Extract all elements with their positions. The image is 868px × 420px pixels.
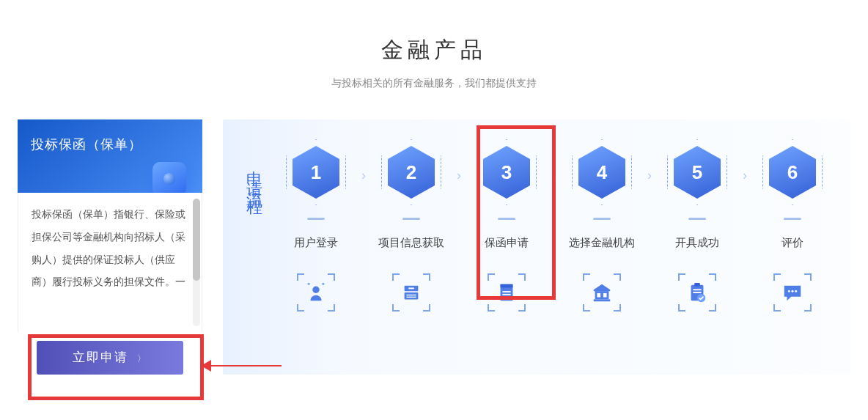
step-3: 3保函申请 (463, 143, 550, 312)
svg-rect-14 (594, 299, 611, 301)
step-hexagon: 3 (480, 143, 533, 202)
step-label: 选择金融机构 (569, 236, 635, 250)
step-hexagon: 6 (766, 143, 819, 202)
step-label: 用户登录 (294, 236, 338, 250)
svg-point-22 (795, 290, 797, 292)
step-1: 1用户登录 (273, 143, 359, 312)
card-description: 投标保函（保单）指银行、保险或担保公司等金融机构向招标人（采购人）提供的保证投标… (32, 208, 185, 287)
svg-rect-12 (597, 293, 600, 298)
step-label: 开具成功 (675, 236, 719, 250)
step-hexagon: 5 (671, 143, 724, 202)
step-label: 项目信息获取 (378, 236, 444, 250)
svg-rect-4 (406, 295, 416, 295)
user-icon (297, 273, 335, 312)
page-subtitle: 与投标相关的所有金融服务，我们都提供支持 (0, 77, 868, 90)
step-arrow-icon: › (645, 168, 654, 183)
document-icon (488, 273, 526, 312)
svg-point-21 (792, 290, 794, 292)
card-scrollbar[interactable] (193, 199, 200, 326)
step-arrow-icon: › (455, 168, 463, 183)
step-arrow-icon: › (740, 168, 749, 183)
step-hexagon: 1 (290, 143, 342, 202)
svg-rect-9 (502, 294, 510, 295)
process-vertical-label: 申请流程 (240, 158, 265, 358)
step-dash (307, 218, 325, 220)
card-header: 投标保函（保单） (18, 119, 202, 193)
apply-button[interactable]: 立即申请 〉 (37, 341, 183, 375)
step-4: 4选择金融机构 (559, 143, 645, 312)
chat-icon (773, 273, 812, 312)
step-5: 5开具成功 (654, 143, 740, 312)
step-label: 评价 (781, 236, 803, 250)
product-card: 投标保函（保单） 投标保函（保单）指银行、保险或担保公司等金融机构向招标人（采购… (18, 119, 202, 375)
svg-rect-16 (694, 283, 700, 287)
svg-point-20 (788, 290, 790, 292)
step-dash (593, 218, 611, 220)
annotation-arrow-head (201, 360, 211, 372)
process-panel: 申请流程 1用户登录›2项目信息获取›3保函申请›4选择金融机构›5开具成功›6… (223, 119, 850, 375)
page-title: 金融产品 (0, 35, 868, 65)
step-6: 6评价 (749, 143, 836, 312)
svg-point-0 (312, 287, 319, 293)
svg-rect-17 (693, 289, 701, 290)
bank-icon (583, 273, 621, 312)
steps-row: 1用户登录›2项目信息获取›3保函申请›4选择金融机构›5开具成功›6评价 (273, 139, 837, 358)
annotation-arrow (205, 365, 282, 366)
step-arrow-icon: › (550, 168, 559, 183)
card-body: 投标保函（保单）指银行、保险或担保公司等金融机构向招标人（采购人）提供的保证投标… (18, 193, 202, 332)
step-hexagon: 4 (575, 143, 628, 202)
step-dash (498, 218, 515, 220)
clipboard-check-icon (678, 273, 716, 312)
step-dash (784, 218, 801, 220)
step-arrow-icon: › (359, 168, 368, 183)
step-label: 保函申请 (485, 236, 529, 250)
svg-rect-5 (406, 297, 416, 298)
decor-icon (152, 162, 186, 196)
step-dash (688, 218, 706, 220)
svg-rect-7 (501, 284, 513, 288)
apply-label: 立即申请 (73, 350, 128, 364)
step-2: 2项目信息获取 (368, 143, 455, 312)
svg-rect-10 (502, 297, 508, 298)
card-title: 投标保函（保单） (31, 137, 142, 152)
step-dash (402, 218, 420, 220)
chevron-right-icon: 〉 (137, 353, 147, 364)
svg-rect-8 (502, 291, 510, 292)
svg-rect-2 (405, 292, 419, 299)
svg-rect-3 (408, 287, 414, 289)
svg-rect-13 (603, 293, 607, 298)
svg-rect-18 (693, 292, 701, 293)
step-hexagon: 2 (385, 143, 438, 202)
file-cabinet-icon (392, 273, 430, 312)
